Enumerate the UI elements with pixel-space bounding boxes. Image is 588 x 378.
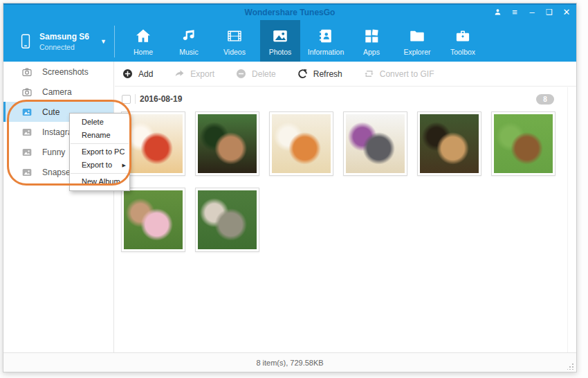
toolbar-button-label: Export — [190, 69, 214, 79]
sidebar-item-label: Screenshots — [42, 67, 89, 77]
tab-music[interactable]: Music — [169, 20, 209, 63]
menu-item-export-to[interactable]: Export to▶ — [70, 159, 129, 172]
toolbar-button-label: Delete — [252, 69, 276, 79]
photo-count-badge: 8 — [536, 94, 554, 105]
photo-thumbnail-kitten-on-tree-stump[interactable] — [195, 188, 259, 252]
tab-information[interactable]: Information — [306, 20, 346, 63]
phone-icon — [19, 33, 33, 51]
add-button[interactable]: Add — [122, 68, 153, 80]
photo-thumbnail-two-cats-in-red-basket[interactable] — [121, 111, 185, 176]
device-name: Samsung S6 — [39, 32, 89, 42]
toolbar-button-label: Refresh — [313, 69, 342, 79]
tab-label: Toolbox — [450, 48, 475, 56]
app-header: Wondershare TunesGo ≡ – ❑ ✕ Samsung S6 C… — [3, 3, 576, 62]
status-bar: 8 item(s), 729.58KB — [3, 352, 576, 372]
menu-item-new-album[interactable]: New Album — [70, 175, 129, 188]
menu-item-rename[interactable]: Rename — [70, 129, 129, 142]
menu-item-label: Export to — [82, 161, 112, 169]
tab-label: Photos — [269, 48, 292, 56]
refresh-button[interactable]: Refresh — [297, 68, 342, 80]
photo-thumbnail-puppy-on-dark-log[interactable] — [195, 111, 259, 176]
photo-thumbnail-calico-kitten-with-pink-basket[interactable] — [121, 188, 185, 252]
header-divider — [114, 26, 115, 57]
delete-button[interactable]: Delete — [235, 68, 276, 80]
tab-label: Apps — [363, 48, 380, 56]
date-label: 2016-08-19 — [140, 94, 182, 104]
close-button[interactable]: ✕ — [561, 6, 572, 17]
tab-label: Home — [134, 48, 153, 56]
photo-thumbnail-orange-kitten-on-wicker-bench[interactable] — [269, 111, 333, 176]
titlebar: Wondershare TunesGo ≡ – ❑ ✕ — [3, 5, 576, 20]
photos-icon — [271, 27, 289, 45]
submenu-arrow-icon: ▶ — [122, 159, 126, 172]
maximize-button[interactable]: ❑ — [544, 6, 555, 17]
user-account-icon[interactable] — [492, 6, 503, 17]
resize-grip[interactable] — [567, 363, 574, 370]
photo-grid — [121, 111, 569, 252]
menu-separator — [71, 143, 129, 144]
toolbar-button-label: Convert to GIF — [380, 69, 434, 79]
date-group-checkbox[interactable] — [122, 95, 131, 104]
album-sidebar: ScreenshotsCameraCuteInstagramFunnySnaps… — [3, 62, 114, 352]
device-status: Connected — [39, 43, 89, 51]
photos-toolbar: AddExportDeleteRefreshConvert to GIF — [115, 62, 576, 87]
photo-image — [198, 190, 257, 249]
menu-separator — [71, 173, 129, 174]
tab-toolbox[interactable]: Toolbox — [443, 20, 483, 63]
camera-icon — [21, 66, 33, 78]
tab-label: Information — [308, 48, 344, 56]
photo-image — [494, 114, 553, 173]
sidebar-item-label: Camera — [42, 87, 72, 97]
sidebar-item-camera[interactable]: Camera — [3, 82, 113, 102]
menu-item-label: Export to PC — [82, 147, 125, 156]
photo-thumbnail-gray-kitten-on-wicker-chair[interactable] — [343, 111, 407, 176]
sidebar-item-label: Cute — [42, 107, 59, 117]
photo-thumbnail-kitten-in-bucket-on-grass[interactable] — [491, 111, 555, 176]
photo-thumbnail-puppy-on-wooden-bridge[interactable] — [417, 111, 481, 176]
tab-photos[interactable]: Photos — [260, 20, 300, 63]
menu-icon[interactable]: ≡ — [509, 6, 520, 17]
menu-item-label: New Album — [82, 177, 120, 186]
explorer-icon — [408, 27, 426, 45]
tab-label: Videos — [223, 48, 246, 56]
tab-videos[interactable]: Videos — [214, 20, 255, 63]
menu-item-label: Rename — [82, 131, 111, 139]
divider — [135, 94, 136, 104]
album-icon — [21, 167, 33, 178]
toolbar-button-label: Add — [138, 69, 153, 79]
toolbox-icon — [454, 27, 472, 45]
album-icon — [21, 147, 33, 158]
photo-image — [124, 114, 183, 173]
content-area: AddExportDeleteRefreshConvert to GIF 201… — [115, 62, 576, 352]
date-group-header: 2016-08-19 8 — [122, 91, 569, 107]
apps-icon — [362, 27, 380, 45]
tab-apps[interactable]: Apps — [351, 20, 392, 63]
device-selector[interactable]: Samsung S6 Connected ▼ — [13, 24, 114, 59]
album-context-menu: DeleteRenameExport to PCExport to▶New Al… — [69, 113, 130, 191]
menu-item-label: Delete — [82, 118, 104, 126]
photo-image — [420, 114, 479, 173]
tab-explorer[interactable]: Explorer — [397, 20, 437, 63]
sidebar-item-label: Funny — [42, 147, 65, 157]
delete-icon — [235, 68, 247, 80]
menu-item-export-to-pc[interactable]: Export to PC — [70, 145, 129, 159]
menu-item-delete[interactable]: Delete — [70, 116, 129, 129]
music-icon — [180, 27, 198, 45]
photo-image — [272, 114, 331, 173]
export-button[interactable]: Export — [174, 68, 214, 80]
tab-label: Music — [179, 48, 198, 56]
convert-button[interactable]: Convert to GIF — [363, 68, 434, 80]
minimize-button[interactable]: – — [526, 6, 538, 17]
refresh-icon — [297, 68, 309, 80]
tab-label: Explorer — [403, 48, 430, 56]
home-icon — [134, 27, 152, 45]
album-icon — [21, 107, 33, 118]
app-title: Wondershare TunesGo — [3, 8, 576, 17]
sidebar-item-screenshots[interactable]: Screenshots — [3, 62, 113, 82]
add-icon — [122, 68, 134, 80]
chevron-down-icon: ▼ — [100, 38, 107, 45]
photo-image — [346, 114, 405, 173]
information-icon — [317, 27, 335, 45]
tab-home[interactable]: Home — [123, 20, 163, 63]
convert-icon — [363, 68, 375, 80]
